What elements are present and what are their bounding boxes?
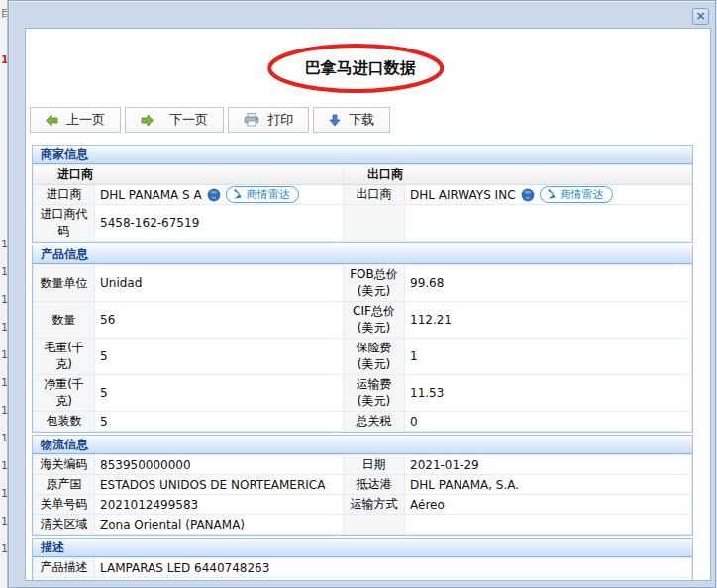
field-value: 5 (95, 412, 344, 432)
clipped-glyph: 1 (1, 459, 8, 472)
next-page-label: 下一页 (169, 111, 208, 129)
field-value: 0 (405, 412, 692, 432)
clipped-glyph: 1 (1, 404, 8, 417)
logistics-table: 海关编码 853950000000 日期 2021-01-29 原产国 ESTA… (33, 454, 692, 535)
table-row: 包装数 5 总关税 0 (34, 412, 692, 432)
field-label: 总关税 (344, 412, 405, 432)
business-radar-label: 商情雷达 (247, 187, 290, 202)
arrow-down-icon (329, 114, 341, 127)
field-label: CIF总价(美元) (344, 302, 405, 339)
table-row: 净重(千克) 5 运输费(美元) 11.53 (34, 375, 692, 412)
field-label: 数量单位 (34, 265, 95, 302)
field-label: 保险费(美元) (344, 339, 405, 375)
table-row: 清关区域 Zona Oriental (PANAMA) (34, 515, 692, 535)
business-radar-label: 商情雷达 (561, 187, 604, 202)
merchant-section-header: 商家信息 (33, 146, 692, 164)
print-label: 打印 (267, 111, 293, 129)
field-value (95, 578, 692, 582)
merchant-table: 进口商 出口商 进口商 DHL PANAMA S A (33, 164, 692, 242)
import-data-dialog: × 巴拿马进口数据 上一页 下一页 (8, 0, 716, 588)
table-row: 原产国 ESTADOS UNIDOS DE NORTEAMERICA 抵达港 D… (34, 475, 692, 495)
importer-value: DHL PANAMA S A (95, 185, 344, 205)
table-row: 进口商代码 5458-162-67519 (34, 205, 692, 242)
section-merchant-info: 商家信息 进口商 出口商 进口商 DHL PANAMA S A (32, 145, 693, 243)
title-area: 巴拿马进口数据 (26, 29, 710, 104)
table-row: 数量单位 Unidad FOB总价(美元) 99.68 (34, 265, 692, 302)
importer-name: DHL PANAMA S A (100, 188, 202, 202)
page-title: 巴拿马进口数据 (305, 58, 416, 79)
importer-code-label: 进口商代码 (34, 205, 95, 242)
clipped-red-digit: 1 (1, 53, 8, 66)
business-radar-button[interactable]: 商情雷达 (226, 186, 299, 203)
field-label: 清关区域 (34, 515, 95, 535)
table-row: 进口商 DHL PANAMA S A (34, 185, 692, 205)
product-table: 数量单位 Unidad FOB总价(美元) 99.68 数量 56 CIF总价(… (33, 264, 692, 432)
importer-label: 进口商 (34, 185, 95, 205)
table-row: 产品描述 LAMPARAS LED 6440748263 (34, 558, 692, 578)
next-page-button[interactable]: 下一页 (125, 107, 224, 133)
field-value: 56 (95, 302, 344, 339)
section-product-info: 产品信息 数量单位 Unidad FOB总价(美元) 99.68 数量 56 C… (32, 245, 693, 433)
clipped-glyph: 1 (1, 542, 8, 555)
description-section-header: 描述 (33, 539, 692, 557)
clipped-glyph: 1 (1, 376, 8, 389)
importer-column-header: 进口商 (34, 165, 344, 185)
radar-dish-icon (233, 189, 244, 200)
field-value (405, 515, 692, 535)
field-value: LAMPARAS LED 6440748263 (95, 558, 692, 578)
field-value: 853950000000 (95, 455, 344, 475)
field-label: 编码描述 (34, 578, 95, 582)
business-radar-button[interactable]: 商情雷达 (540, 186, 613, 203)
importer-code-value: 5458-162-67519 (95, 205, 344, 242)
field-label: 关单号码 (34, 495, 95, 515)
description-table: 产品描述 LAMPARAS LED 6440748263 编码描述 (33, 557, 692, 581)
clipped-glyph: 1 (1, 238, 8, 250)
field-value: Zona Oriental (PANAMA) (95, 515, 344, 535)
close-icon[interactable]: × (692, 8, 709, 25)
field-value: 99.68 (405, 265, 692, 302)
table-row: 编码描述 (34, 578, 692, 582)
empty-value-cell (405, 205, 692, 242)
background-page-sliver: 目 1 1 1 1 1 1 1 1 1 1 1 1 1 (0, 0, 8, 588)
logistics-section-header: 物流信息 (33, 436, 692, 454)
clipped-glyph: 1 (1, 487, 8, 500)
field-label: 海关编码 (34, 455, 95, 475)
dialog-titlebar: × (9, 1, 715, 28)
product-section-header: 产品信息 (33, 245, 692, 264)
merchant-subheader-row: 进口商 出口商 (34, 165, 692, 185)
prev-page-label: 上一页 (66, 111, 105, 129)
field-label: 日期 (344, 455, 405, 475)
download-button[interactable]: 下载 (313, 107, 390, 133)
exporter-column-header: 出口商 (344, 165, 692, 185)
globe-icon[interactable] (207, 188, 221, 202)
globe-icon[interactable] (521, 188, 535, 202)
field-label: 运输方式 (344, 495, 405, 515)
prev-page-button[interactable]: 上一页 (30, 107, 121, 133)
field-label: 运输费(美元) (344, 375, 405, 412)
arrow-left-icon (46, 114, 58, 127)
table-row: 海关编码 853950000000 日期 2021-01-29 (34, 455, 692, 475)
field-label: FOB总价(美元) (344, 265, 405, 302)
field-value: 5 (95, 375, 344, 412)
field-value: 1 (405, 339, 692, 375)
empty-label-cell (344, 205, 405, 242)
field-label: 净重(千克) (34, 375, 95, 412)
field-label (344, 515, 405, 535)
clipped-glyph: 1 (1, 293, 8, 306)
field-label: 抵达港 (344, 475, 405, 495)
exporter-name: DHL AIRWAYS INC (410, 188, 516, 202)
arrow-right-icon (141, 114, 154, 127)
field-value: DHL PANAMA, S.A. (405, 475, 692, 495)
field-value: 112.21 (405, 302, 692, 339)
field-value: 2021-01-29 (405, 455, 692, 475)
toolbar: 上一页 下一页 打印 (30, 107, 710, 133)
field-value: Aéreo (405, 495, 692, 515)
field-value: 2021012499583 (95, 495, 344, 515)
field-label: 包装数 (34, 412, 95, 432)
field-value: Unidad (95, 265, 344, 302)
printer-icon (244, 113, 259, 127)
table-row: 毛重(千克) 5 保险费(美元) 1 (34, 339, 692, 375)
field-value: ESTADOS UNIDOS DE NORTEAMERICA (95, 475, 344, 495)
field-value: 5 (95, 339, 344, 375)
print-button[interactable]: 打印 (228, 107, 309, 133)
